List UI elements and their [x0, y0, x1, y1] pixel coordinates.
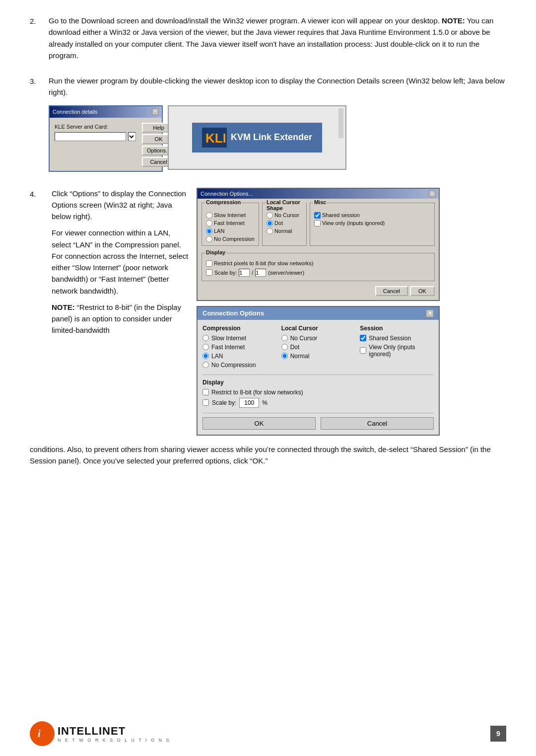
cursor-no-radio[interactable]: [267, 212, 273, 219]
win32-title-bar: Connection details ✕: [50, 106, 162, 118]
java-normal-label: Normal: [290, 353, 310, 360]
svg-text:KLE: KLE: [205, 131, 225, 146]
java-opts-close[interactable]: ✕: [426, 309, 434, 317]
scale-slash: /: [252, 270, 253, 276]
kle-input[interactable]: [55, 132, 126, 141]
bottom-para: conditions. Also, to prevent others from…: [30, 444, 506, 467]
win32-opts-title: Connection Options...: [201, 191, 253, 197]
kle-dropdown[interactable]: [128, 132, 136, 141]
scale-input-1[interactable]: [239, 269, 250, 277]
restrict-checkbox[interactable]: [206, 260, 212, 267]
step4-text: 4. Click “Options” to display the Connec…: [30, 188, 189, 336]
page-number: 9: [490, 726, 506, 742]
java-display-panel: Display Restrict to 8-bit (for slow netw…: [202, 375, 434, 408]
shared-session-label: Shared session: [322, 212, 360, 218]
java-display-heading: Display: [202, 379, 434, 386]
java-cancel-button[interactable]: Cancel: [321, 417, 434, 430]
compression-lan-label: LAN: [214, 228, 224, 234]
compression-slow-label: Slow Internet: [214, 212, 246, 218]
restrict-row: Restrict pixels to 8-bit (for slow netwo…: [206, 260, 430, 267]
step4-para3: NOTE: “Restrict to 8-bit” (in the Displa…: [52, 302, 189, 336]
win32-opts-close[interactable]: ✕: [429, 190, 436, 197]
scale-label: Scale by:: [214, 270, 237, 276]
java-dot-row: Dot: [281, 344, 355, 351]
compression-fast-radio[interactable]: [206, 220, 212, 227]
java-normal-radio[interactable]: [281, 353, 288, 359]
java-dot-label: Dot: [290, 344, 300, 351]
java-ok-button[interactable]: OK: [202, 417, 316, 430]
scale-checkbox[interactable]: [206, 269, 212, 276]
java-compression-panel: Compression Slow Internet Fast Internet …: [202, 325, 276, 371]
cursor-dot: Dot: [267, 220, 302, 227]
cursor-dot-radio[interactable]: [267, 220, 273, 227]
compression-slow-radio[interactable]: [206, 212, 212, 219]
java-view-only-row: View Only (inputs ignored): [360, 344, 434, 358]
list-num-4: 4.: [30, 188, 49, 336]
java-nocomp-radio[interactable]: [202, 362, 209, 368]
java-scale-checkbox[interactable]: [202, 399, 209, 406]
java-fast-internet-row: Fast Internet: [202, 344, 276, 351]
java-top-panels: Compression Slow Internet Fast Internet …: [202, 325, 434, 371]
win32-cancel-button[interactable]: Cancel: [375, 286, 408, 296]
footer: i INTELLINET N E T W O R K S O L U T I O…: [30, 721, 506, 746]
java-no-cursor-label: No Cursor: [290, 335, 318, 342]
note-bold-2: NOTE:: [442, 16, 465, 25]
java-shared-checkbox[interactable]: [360, 335, 366, 341]
main-list: 2. Go to the Download screen and downloa…: [30, 15, 506, 179]
cursor-normal-label: Normal: [274, 228, 292, 234]
misc-legend: Misc: [313, 199, 327, 205]
win32-connection-options-dialog: Connection Options... ✕ Compression Slow…: [197, 188, 440, 301]
java-dot-radio[interactable]: [281, 344, 288, 350]
compression-options: Slow Internet Fast Internet LAN: [206, 210, 255, 242]
para-2: Go to the Download screen and download/i…: [49, 15, 506, 61]
step4-para2: For viewer connection within a LAN, sele…: [52, 227, 189, 297]
java-scale-label: Scale by:: [212, 399, 236, 406]
view-only-checkbox[interactable]: [314, 220, 321, 227]
java-fast-radio[interactable]: [202, 344, 209, 350]
shared-session-row: Shared session: [314, 212, 430, 219]
java-session-heading: Session: [360, 325, 434, 332]
note-bold-4: NOTE:: [52, 303, 75, 311]
win32-opts-title-bar: Connection Options... ✕: [198, 189, 439, 199]
cursor-no: No Cursor: [267, 212, 302, 219]
logo-text-area: INTELLINET N E T W O R K S O L U T I O N…: [58, 725, 171, 743]
shared-session-checkbox[interactable]: [314, 212, 321, 219]
java-lan-radio[interactable]: [202, 353, 209, 359]
win32-title-text: Connection details: [53, 108, 98, 116]
java-slow-label: Slow Internet: [211, 335, 246, 342]
compression-none-radio[interactable]: [206, 236, 212, 242]
win32-opts-buttons: Cancel OK: [201, 286, 435, 296]
java-view-only-checkbox[interactable]: [360, 347, 366, 354]
cursor-panel: Local Cursor Shape No Cursor Dot: [262, 203, 307, 246]
kle-svg-logo: KLE: [203, 129, 225, 147]
cursor-normal-radio[interactable]: [267, 228, 273, 234]
win32-connection-details-dialog: Connection details ✕ KLE Server and Card…: [49, 105, 163, 172]
list-num-2: 2.: [30, 15, 49, 66]
java-cursor-heading: Local Cursor: [281, 325, 355, 332]
bottom-text: conditions. Also, to prevent others from…: [30, 444, 506, 467]
kle-input-row: [55, 132, 136, 141]
java-compression-heading: Compression: [202, 325, 276, 332]
java-no-cursor-radio[interactable]: [281, 335, 288, 341]
compression-fast-label: Fast Internet: [214, 220, 245, 226]
java-slow-radio[interactable]: [202, 335, 209, 341]
java-btn-row: OK Cancel: [202, 413, 434, 430]
compression-panel: Compression Slow Internet Fast Internet: [201, 203, 259, 246]
logo-icon: i: [30, 721, 55, 746]
win32-ok-button[interactable]: OK: [410, 286, 435, 296]
list-item-3: 3. Run the viewer program by double-clic…: [30, 75, 506, 179]
java-no-cursor-row: No Cursor: [281, 335, 355, 342]
step4-para1: Click “Options” to display the Connectio…: [52, 188, 189, 223]
java-opts-content: Compression Slow Internet Fast Internet …: [198, 320, 439, 435]
java-nocomp-label: No Compression: [211, 362, 256, 369]
java-restrict-checkbox[interactable]: [202, 389, 209, 395]
scale-input-2[interactable]: [255, 269, 266, 277]
scale-hint: (server/viewer): [268, 270, 304, 276]
view-only-label: View only (inputs ignored): [322, 220, 385, 226]
java-scale-input[interactable]: [239, 398, 259, 408]
compression-lan-radio[interactable]: [206, 228, 212, 234]
java-cursor-panel: Local Cursor No Cursor Dot Normal: [281, 325, 355, 371]
brand-sub: N E T W O R K S O L U T I O N S: [58, 738, 171, 743]
win32-close-button[interactable]: ✕: [152, 108, 159, 115]
svg-text:i: i: [38, 728, 41, 739]
